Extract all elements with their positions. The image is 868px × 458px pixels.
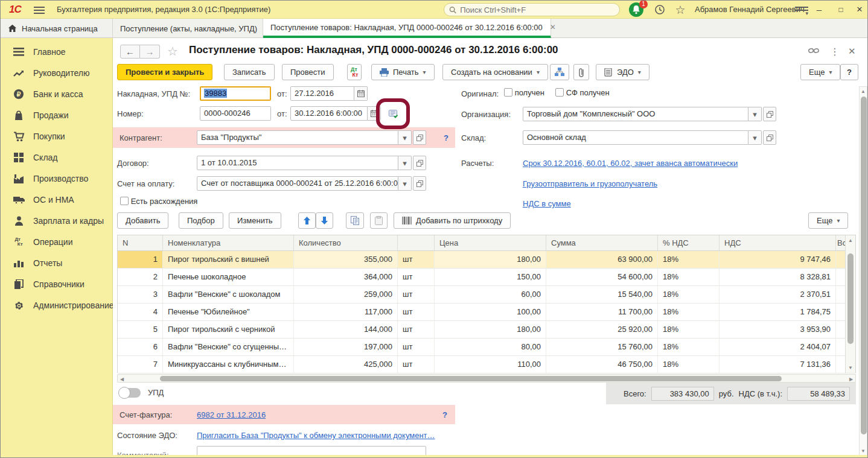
tab-receipts-list[interactable]: Поступление (акты, накладные, УПД) ✕ bbox=[113, 19, 263, 38]
scrollbar-thumb[interactable] bbox=[160, 376, 782, 381]
sidebar-item-operations[interactable]: Дт КтОперации bbox=[1, 233, 113, 251]
organization-combo[interactable]: Торговый дом "Комплексный" ООО ▾ bbox=[523, 107, 776, 121]
maximize-button[interactable]: □ bbox=[833, 2, 849, 17]
doc-date-field[interactable]: 30.12.2016 6:00:00 bbox=[290, 106, 381, 121]
sidebar-item-main[interactable]: Главное bbox=[1, 43, 113, 61]
contractor-help[interactable]: ? bbox=[444, 133, 448, 142]
table-vertical-scrollbar[interactable]: ▲ ▼ bbox=[845, 235, 855, 373]
table-row[interactable]: 4Печенье "Юбилейное"117,000шт100,0011 70… bbox=[118, 304, 855, 321]
contractor-combo[interactable]: База "Продукты" ▾ bbox=[197, 130, 426, 145]
open-record-icon[interactable] bbox=[763, 107, 776, 121]
table-row[interactable]: 2Печенье шоколадное364,000шт150,0054 600… bbox=[118, 269, 855, 286]
sidebar-item-fixed-assets[interactable]: ОС и НМА bbox=[1, 191, 113, 209]
copy-rows-button[interactable] bbox=[346, 212, 364, 229]
pick-button[interactable]: Подбор bbox=[179, 212, 223, 229]
sidebar-item-warehouse[interactable]: Склад bbox=[1, 148, 113, 167]
invoice-factura-link[interactable]: 6982 от 31.12.2016 bbox=[197, 410, 266, 419]
minimize-button[interactable]: – bbox=[811, 2, 827, 17]
calendar-icon[interactable] bbox=[368, 106, 381, 121]
sidebar-item-reports[interactable]: Отчеты bbox=[1, 254, 113, 272]
close-form-icon[interactable]: ✕ bbox=[848, 46, 856, 57]
notifications-button[interactable]: 1 bbox=[629, 2, 646, 17]
invoice-no-field[interactable]: 39883 bbox=[200, 86, 271, 101]
sf-received-checkbox[interactable]: СФ получен bbox=[555, 88, 610, 97]
dropdown-arrow-icon[interactable]: ▾ bbox=[398, 130, 412, 145]
kebab-menu-icon[interactable]: ⋮ bbox=[830, 46, 840, 57]
global-search[interactable] bbox=[444, 3, 620, 16]
move-down-button[interactable] bbox=[316, 212, 333, 229]
edo-state-link[interactable]: Пригласить База "Продукты" к обмену элек… bbox=[197, 431, 435, 440]
post-button[interactable]: Провести bbox=[282, 64, 334, 80]
forward-button[interactable]: → bbox=[140, 45, 160, 59]
table-row[interactable]: 3Вафли "Венские" с шоколадом259,000шт60,… bbox=[118, 286, 855, 304]
scroll-right-icon[interactable]: ▶ bbox=[849, 377, 854, 382]
open-record-icon[interactable] bbox=[763, 130, 776, 145]
edit-row-button[interactable]: Изменить bbox=[229, 212, 281, 229]
vat-in-sum-link[interactable]: НДС в сумме bbox=[523, 199, 571, 208]
close-window-button[interactable]: ✕ bbox=[852, 2, 867, 17]
add-row-button[interactable]: Добавить bbox=[117, 212, 168, 229]
back-button[interactable]: ← bbox=[120, 45, 140, 59]
sidebar-item-purchases[interactable]: Покупки bbox=[1, 127, 113, 145]
scrollbar-thumb[interactable] bbox=[861, 97, 867, 434]
dropdown-arrow-icon[interactable]: ▾ bbox=[748, 107, 762, 121]
save-button[interactable]: Записать bbox=[224, 64, 275, 80]
attachments-button[interactable] bbox=[573, 64, 589, 80]
calendar-icon[interactable] bbox=[354, 86, 368, 101]
table-horizontal-scrollbar[interactable]: ◀ ▶ bbox=[117, 374, 856, 383]
discrepancies-checkbox[interactable]: Есть расхождения bbox=[120, 197, 197, 206]
contract-combo[interactable]: 1 от 10.01.2015 ▾ bbox=[197, 156, 426, 170]
table-row[interactable]: 5Пирог тирольский с черникой144,000шт180… bbox=[118, 321, 855, 339]
sidebar-item-sales[interactable]: Продажи bbox=[1, 106, 113, 124]
favorites-star-icon[interactable]: ☆ bbox=[673, 3, 688, 16]
print-button[interactable]: Печать▾ bbox=[371, 64, 435, 80]
sidebar-item-bank-cash[interactable]: ₽Банк и касса bbox=[1, 85, 113, 103]
shipper-consignee-link[interactable]: Грузоотправитель и грузополучатель bbox=[523, 179, 657, 188]
add-by-barcode-button[interactable]: Добавить по штрихкоду bbox=[394, 212, 511, 229]
open-record-icon[interactable] bbox=[413, 130, 426, 145]
close-tab-icon[interactable]: ✕ bbox=[550, 23, 556, 31]
invoice-help[interactable]: ? bbox=[442, 410, 447, 419]
main-menu-icon[interactable] bbox=[34, 5, 45, 13]
scroll-left-icon[interactable]: ◀ bbox=[120, 377, 124, 382]
form-more-button[interactable]: Еще▾ bbox=[800, 64, 840, 80]
search-input[interactable] bbox=[460, 5, 614, 14]
tab-home[interactable]: Начальная страница bbox=[1, 19, 113, 38]
upd-toggle[interactable] bbox=[119, 388, 141, 398]
table-row[interactable]: 7Миникруассаны с клубничным…425,000шт110… bbox=[118, 356, 855, 374]
scroll-down-icon[interactable]: ▼ bbox=[860, 448, 867, 454]
create-based-on-button[interactable]: Создать на основании▾ bbox=[442, 64, 548, 80]
sidebar-item-administration[interactable]: Администрирование bbox=[1, 296, 113, 314]
help-button[interactable]: ? bbox=[840, 64, 858, 80]
settlements-link[interactable]: Срок 30.12.2016, 60.01, 60.02, зачет ава… bbox=[523, 159, 738, 168]
structure-button[interactable] bbox=[550, 64, 569, 80]
get-link-icon[interactable] bbox=[808, 46, 819, 56]
number-field[interactable]: 0000-000246 bbox=[200, 106, 271, 121]
dropdown-arrow-icon[interactable]: ▾ bbox=[748, 130, 762, 145]
dropdown-arrow-icon[interactable]: ▾ bbox=[398, 176, 412, 191]
open-record-icon[interactable] bbox=[413, 156, 426, 170]
payment-invoice-combo[interactable]: Счет от поставщика 0000-000241 от 25.12.… bbox=[197, 176, 426, 191]
form-vertical-scrollbar[interactable]: ▲ ▼ bbox=[859, 86, 867, 456]
post-and-close-button[interactable]: Провести и закрыть bbox=[117, 64, 212, 80]
scrollbar-thumb[interactable] bbox=[847, 253, 854, 344]
sidebar-item-production[interactable]: Производство bbox=[1, 170, 113, 188]
scroll-up-icon[interactable]: ▲ bbox=[860, 89, 867, 94]
service-menu-icon[interactable]: ▾ bbox=[795, 5, 808, 14]
table-more-button[interactable]: Еще▾ bbox=[808, 212, 848, 229]
open-record-icon[interactable] bbox=[413, 176, 426, 191]
sidebar-item-manager[interactable]: Руководителю bbox=[1, 64, 113, 82]
invoice-date-field[interactable]: 27.12.2016 bbox=[290, 86, 368, 101]
user-name[interactable]: Абрамов Геннадий Сергеевич bbox=[695, 5, 805, 14]
table-row[interactable]: 6Вафли "Венские" со сгущенны…197,000шт80… bbox=[118, 339, 855, 356]
scroll-up-icon[interactable]: ▲ bbox=[846, 238, 855, 243]
set-number-date-button[interactable] bbox=[386, 107, 401, 121]
history-icon[interactable] bbox=[653, 3, 667, 16]
paste-rows-button[interactable] bbox=[370, 212, 388, 229]
tab-goods-receipt[interactable]: Поступление товаров: Накладная, УПД 0000… bbox=[263, 19, 551, 38]
sidebar-item-directories[interactable]: Справочники bbox=[1, 275, 113, 293]
original-received-checkbox[interactable]: получен bbox=[504, 88, 544, 97]
table-row[interactable]: 1Пирог тирольский с вишней355,000шт180,0… bbox=[118, 251, 855, 269]
favorite-star-icon[interactable]: ☆ bbox=[167, 44, 178, 59]
dt-kt-button[interactable]: Дт Кт bbox=[347, 64, 362, 80]
